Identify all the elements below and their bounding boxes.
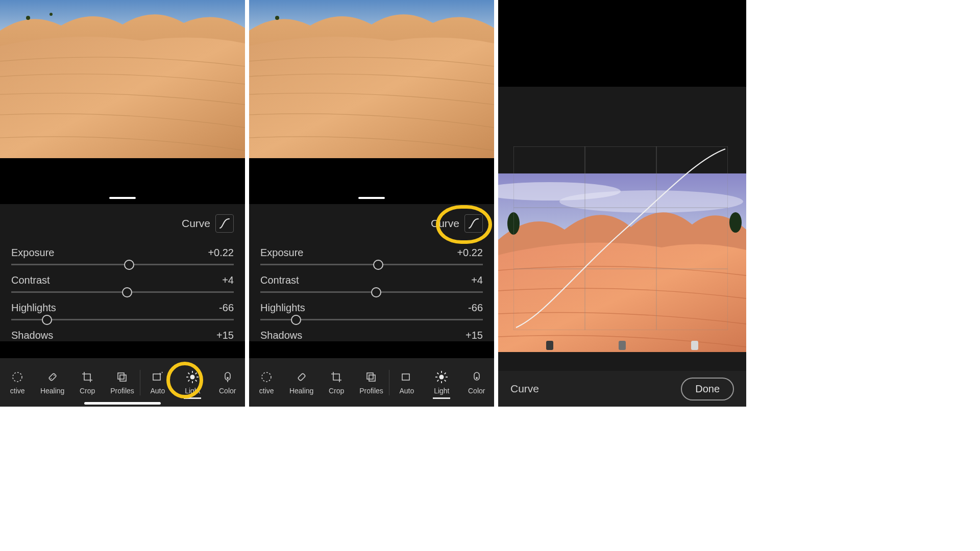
toolbar-item-auto[interactable]: Auto — [140, 366, 175, 399]
curve-button[interactable] — [464, 214, 483, 233]
svg-rect-8 — [120, 375, 126, 381]
svg-line-33 — [437, 372, 439, 374]
curve-icon — [219, 218, 230, 229]
svg-line-18 — [195, 372, 197, 374]
svg-line-16 — [195, 380, 197, 381]
light-icon — [435, 370, 448, 384]
toolbar-item-light[interactable]: Light — [175, 366, 210, 399]
healing-icon — [46, 370, 59, 384]
color-icon — [470, 370, 483, 384]
tone-curve-line[interactable] — [516, 149, 725, 328]
done-button[interactable]: Done — [681, 378, 734, 400]
toolbar-item-selective[interactable]: ctive — [0, 366, 35, 399]
svg-rect-26 — [369, 375, 375, 381]
toolbar-item-color[interactable]: Color — [459, 366, 494, 399]
home-indicator[interactable] — [84, 402, 161, 405]
svg-rect-4 — [48, 373, 57, 381]
svg-point-28 — [439, 374, 444, 379]
curve-label: Curve — [182, 217, 210, 230]
toolbar: ctive Healing Crop Profiles Auto — [0, 358, 245, 407]
curve-button[interactable] — [215, 214, 234, 233]
profiles-icon — [364, 370, 378, 384]
contrast-slider[interactable]: Contrast+4 — [11, 274, 234, 293]
highlights-slider[interactable]: Highlights-66 — [11, 302, 234, 320]
contrast-slider[interactable]: Contrast+4 — [260, 274, 483, 293]
svg-point-19 — [227, 377, 229, 379]
auto-icon — [151, 370, 164, 384]
svg-point-1 — [26, 16, 30, 20]
svg-point-37 — [476, 377, 478, 379]
drag-handle[interactable] — [109, 197, 136, 199]
photo-preview[interactable] — [0, 0, 245, 158]
shadows-label: Shadows — [11, 330, 53, 341]
range-peg-dark[interactable] — [546, 341, 553, 350]
photo-preview[interactable] — [249, 0, 494, 158]
curve-row: Curve — [260, 214, 483, 233]
contrast-value: +4 — [222, 274, 234, 286]
svg-point-23 — [262, 372, 271, 382]
svg-rect-9 — [153, 374, 160, 380]
light-panel: Curve Exposure+0.22 Contrast+4 Highlight… — [0, 204, 245, 341]
svg-rect-24 — [298, 373, 306, 381]
phone-screen-1: Curve Exposure+0.22 Contrast+4 Highlight… — [0, 0, 245, 407]
svg-point-3 — [13, 372, 22, 382]
toolbar-item-profiles[interactable]: Profiles — [354, 366, 388, 399]
range-peg-light[interactable] — [691, 341, 698, 350]
exposure-value: +0.22 — [208, 247, 234, 259]
highlights-value: -66 — [219, 302, 234, 314]
crop-icon — [81, 370, 94, 384]
curve-editor[interactable] — [513, 146, 728, 330]
highlights-label: Highlights — [11, 302, 56, 314]
curve-row: Curve — [11, 214, 234, 233]
svg-line-35 — [437, 380, 439, 381]
shadows-value: +15 — [216, 330, 234, 341]
toolbar-item-color[interactable]: Color — [210, 366, 245, 399]
light-icon — [186, 370, 199, 384]
toolbar-item-light[interactable]: Light — [424, 366, 459, 399]
light-panel: Curve Exposure+0.22 Contrast+4 Highlight… — [249, 204, 494, 341]
exposure-label: Exposure — [11, 247, 55, 259]
selective-icon — [260, 370, 273, 384]
svg-rect-27 — [402, 374, 409, 380]
toolbar-item-profiles[interactable]: Profiles — [105, 366, 139, 399]
toolbar-item-healing[interactable]: Healing — [35, 366, 69, 399]
highlights-slider[interactable]: Highlights-66 — [260, 302, 483, 320]
svg-point-22 — [275, 16, 279, 20]
phone-screen-3: Curve Done — [498, 0, 746, 407]
toolbar: ctive Healing Crop Profiles Auto Light C… — [249, 358, 494, 407]
profiles-icon — [115, 370, 129, 384]
black-spacer — [0, 158, 245, 204]
toolbar-item-crop[interactable]: Crop — [70, 366, 105, 399]
black-spacer — [249, 158, 494, 204]
svg-rect-7 — [118, 373, 124, 379]
range-peg-mid[interactable] — [619, 341, 626, 350]
shadows-slider[interactable]: Shadows+15 — [260, 330, 483, 341]
curve-footer: Curve Done — [498, 371, 746, 407]
svg-line-17 — [188, 380, 190, 381]
toolbar-item-selective[interactable]: ctive — [249, 366, 284, 399]
drag-handle[interactable] — [358, 197, 385, 199]
selective-icon — [11, 370, 24, 384]
phone-screen-2: Curve Exposure+0.22 Contrast+4 Highlight… — [249, 0, 494, 407]
toolbar-item-crop[interactable]: Crop — [319, 366, 354, 399]
auto-icon — [400, 370, 413, 384]
svg-point-2 — [50, 13, 53, 16]
svg-line-34 — [445, 380, 446, 381]
curve-icon — [468, 218, 479, 229]
svg-point-6 — [54, 375, 55, 376]
toolbar-item-healing[interactable]: Healing — [284, 366, 318, 399]
exposure-slider[interactable]: Exposure+0.22 — [260, 247, 483, 265]
curve-title: Curve — [510, 383, 539, 395]
svg-point-5 — [51, 378, 52, 379]
top-black — [498, 0, 746, 87]
svg-line-36 — [445, 372, 446, 374]
shadows-slider[interactable]: Shadows+15 — [11, 330, 234, 341]
curve-range-sliders[interactable] — [498, 335, 746, 356]
exposure-slider[interactable]: Exposure+0.22 — [11, 247, 234, 265]
crop-icon — [330, 370, 343, 384]
color-icon — [221, 370, 234, 384]
toolbar-item-auto[interactable]: Auto — [389, 366, 424, 399]
svg-rect-25 — [367, 373, 373, 379]
svg-point-42 — [729, 212, 742, 233]
svg-line-15 — [188, 372, 190, 374]
